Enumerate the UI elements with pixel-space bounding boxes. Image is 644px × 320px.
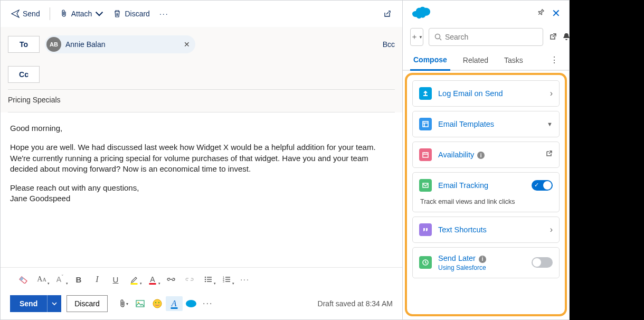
tab-related[interactable]: Related bbox=[460, 51, 491, 70]
subject-input[interactable] bbox=[8, 96, 395, 104]
option-email-templates[interactable]: Email Templates ▼ bbox=[412, 111, 560, 137]
option-send-later: Send Lateri Using Salesforce bbox=[412, 247, 560, 278]
tab-compose[interactable]: Compose bbox=[410, 50, 450, 71]
action-bar: Send Discard ▾ A ··· Draft saved at 8:34… bbox=[1, 290, 402, 319]
pin-icon[interactable] bbox=[533, 6, 546, 20]
close-icon[interactable]: ✕ bbox=[552, 7, 561, 20]
option-label: Text Shortcuts bbox=[438, 225, 544, 234]
info-icon: i bbox=[477, 152, 485, 159]
format-painter-button[interactable] bbox=[14, 272, 32, 287]
attach-icon bbox=[60, 10, 68, 18]
search-box[interactable] bbox=[429, 28, 543, 46]
option-label: Email Templates bbox=[438, 120, 541, 128]
number-list-button[interactable]: 123▾ bbox=[217, 272, 235, 287]
svg-point-2 bbox=[204, 281, 205, 282]
address-fields: To AB Annie Balan ✕ Bcc Cc bbox=[1, 27, 402, 112]
insert-emoji-icon[interactable] bbox=[149, 296, 166, 311]
svg-rect-13 bbox=[423, 121, 428, 127]
sf-toolbar: ＋▼ 🐱 bbox=[403, 24, 569, 50]
cc-button[interactable]: Cc bbox=[8, 66, 40, 83]
upload-icon bbox=[419, 87, 432, 100]
insert-signature-icon[interactable]: A bbox=[166, 296, 183, 311]
svg-point-11 bbox=[186, 300, 196, 307]
chevron-down-icon bbox=[95, 10, 103, 18]
discard-button-secondary[interactable]: Discard bbox=[67, 295, 107, 312]
font-color-button[interactable]: A▾ bbox=[144, 272, 162, 287]
search-input[interactable] bbox=[445, 33, 537, 41]
recipient-name: Annie Balan bbox=[65, 40, 106, 49]
email-compose-pane: Send Attach Discard ··· To AB Annie Bala… bbox=[0, 0, 403, 320]
discard-button[interactable]: Discard bbox=[110, 7, 153, 20]
option-label: Availabilityi bbox=[438, 150, 539, 159]
insert-icons: ▾ A ··· bbox=[115, 296, 216, 311]
option-label: Log Email on Send bbox=[438, 89, 544, 98]
format-toolbar: AA▾ A˅▾ B I U ▾ A▾ ▾ 123▾ ··· bbox=[1, 267, 402, 290]
format-more-button[interactable]: ··· bbox=[236, 272, 254, 287]
insert-link-button[interactable] bbox=[162, 272, 180, 287]
compose-options-list: Log Email on Send › Email Templates ▼ Av… bbox=[405, 73, 567, 316]
svg-point-10 bbox=[158, 302, 159, 303]
option-availability[interactable]: Availabilityi bbox=[412, 142, 560, 168]
recipient-avatar: AB bbox=[46, 37, 61, 52]
search-icon bbox=[434, 33, 442, 41]
svg-rect-6 bbox=[136, 300, 144, 307]
salesforce-addin-icon[interactable] bbox=[183, 296, 200, 311]
recipient-chip[interactable]: AB Annie Balan ✕ bbox=[45, 35, 195, 53]
tabs-more-icon[interactable]: ⋮ bbox=[547, 52, 562, 68]
insert-more-button[interactable]: ··· bbox=[200, 296, 216, 311]
tracking-icon bbox=[419, 179, 432, 192]
body-signature: Jane Goodspeed bbox=[10, 194, 70, 203]
svg-rect-14 bbox=[423, 153, 428, 157]
option-log-email[interactable]: Log Email on Send › bbox=[412, 80, 560, 107]
send-icon bbox=[11, 10, 20, 18]
more-options-button[interactable]: ··· bbox=[156, 7, 172, 20]
open-external-icon[interactable] bbox=[548, 32, 557, 42]
sf-tabs: Compose Related Tasks ⋮ bbox=[403, 50, 569, 71]
quote-icon bbox=[419, 223, 432, 236]
svg-rect-15 bbox=[423, 183, 428, 187]
cc-row: Cc bbox=[8, 62, 395, 89]
send-button-group: Send bbox=[10, 295, 61, 312]
popout-icon bbox=[383, 10, 392, 18]
body-signoff: Please reach out with any questions, bbox=[10, 183, 139, 192]
to-button[interactable]: To bbox=[8, 36, 40, 53]
attach-button[interactable]: Attach bbox=[56, 7, 107, 20]
body-greeting: Good morning, bbox=[10, 123, 393, 134]
attach-file-icon[interactable]: ▾ bbox=[115, 296, 132, 311]
calendar-icon bbox=[419, 148, 432, 161]
tab-tasks[interactable]: Tasks bbox=[501, 51, 526, 70]
remove-recipient-icon[interactable]: ✕ bbox=[184, 40, 190, 49]
font-size-button[interactable]: A˅▾ bbox=[51, 272, 69, 287]
tracking-description: Track email views and link clicks bbox=[413, 198, 559, 212]
body-paragraph: Hope you are well. We had discussed last… bbox=[10, 142, 393, 174]
subject-row bbox=[8, 90, 395, 112]
send-options-button[interactable] bbox=[47, 295, 61, 312]
send-primary-button[interactable]: Send bbox=[10, 295, 47, 312]
option-text-shortcuts[interactable]: Text Shortcuts › bbox=[412, 217, 560, 243]
highlight-button[interactable]: ▾ bbox=[125, 272, 143, 287]
discard-label: Discard bbox=[125, 10, 149, 18]
email-body[interactable]: Good morning, Hope you are well. We had … bbox=[1, 112, 402, 267]
underline-button[interactable]: U bbox=[107, 272, 125, 287]
insert-image-icon[interactable] bbox=[132, 296, 149, 311]
chevron-down-icon: ▼ bbox=[547, 121, 553, 127]
svg-point-0 bbox=[204, 277, 205, 278]
bold-button[interactable]: B bbox=[70, 272, 88, 287]
svg-point-8 bbox=[153, 299, 162, 308]
add-button[interactable]: ＋▼ bbox=[410, 28, 423, 46]
popout-button[interactable] bbox=[380, 7, 395, 20]
bullet-list-button[interactable]: ▾ bbox=[199, 272, 217, 287]
remove-link-button[interactable] bbox=[181, 272, 198, 287]
tracking-toggle[interactable]: ✓ bbox=[532, 180, 553, 191]
bcc-button[interactable]: Bcc bbox=[383, 40, 395, 49]
svg-point-9 bbox=[155, 302, 156, 303]
black-border-region bbox=[570, 0, 644, 320]
send-later-toggle[interactable] bbox=[532, 257, 553, 268]
font-button[interactable]: AA▾ bbox=[33, 272, 51, 287]
italic-button[interactable]: I bbox=[88, 272, 106, 287]
send-button[interactable]: Send bbox=[8, 7, 43, 20]
command-bar: Send Attach Discard ··· bbox=[1, 1, 402, 27]
option-label: Send Lateri bbox=[438, 254, 525, 263]
clock-icon bbox=[419, 256, 432, 269]
option-label: Email Tracking bbox=[438, 181, 525, 190]
